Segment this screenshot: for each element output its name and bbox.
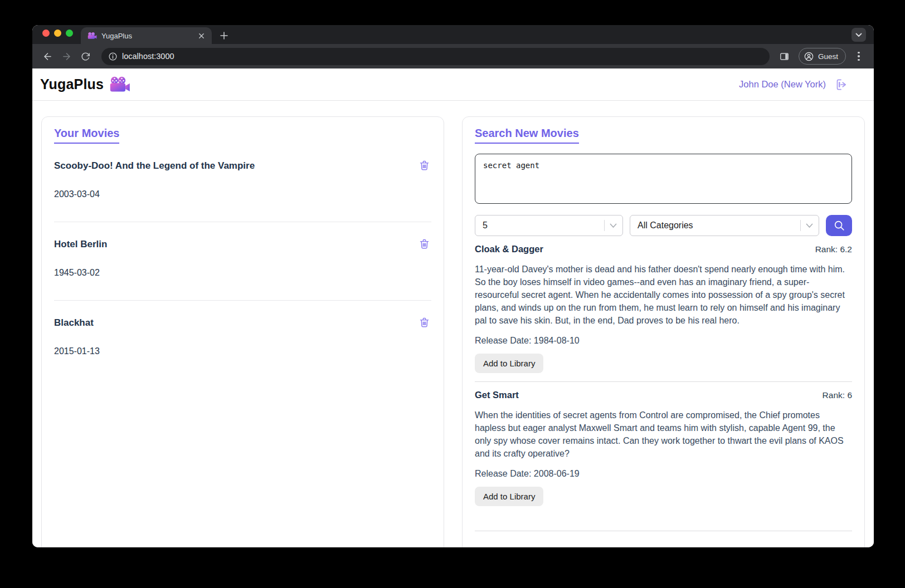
- search-result-item: Get Smart Rank: 6 When the identities of…: [475, 382, 852, 531]
- search-query-input[interactable]: secret agent: [475, 154, 852, 204]
- result-release-date: Release Date: 2008-06-19: [475, 469, 852, 479]
- search-icon: [833, 219, 845, 232]
- site-info-icon[interactable]: [108, 52, 118, 61]
- close-window-button[interactable]: [42, 30, 50, 37]
- result-limit-select[interactable]: 5: [475, 215, 623, 236]
- browser-toolbar: localhost:3000 Guest: [32, 44, 874, 68]
- tab-search-chevron-icon[interactable]: [852, 28, 866, 42]
- search-result-item: Cloak & Dagger Rank: 6.2 11-year-old Dav…: [475, 236, 852, 382]
- logout-icon[interactable]: [834, 77, 848, 92]
- library-movie-item: Hotel Berlin 1945-03-02: [54, 237, 431, 301]
- result-rank: Rank: 6.2: [815, 244, 852, 254]
- tab-strip: YugaPlus: [32, 25, 874, 44]
- app-logo-text: YugaPlus: [40, 76, 104, 92]
- browser-window: YugaPlus localhost:3000: [32, 25, 874, 547]
- tab-title: YugaPlus: [101, 32, 192, 40]
- your-movies-title: Your Movies: [54, 127, 119, 144]
- movie-title: Scooby-Doo! And the Legend of the Vampir…: [54, 158, 255, 171]
- result-title: Cloak & Dagger: [475, 244, 543, 254]
- result-divider: [475, 531, 852, 531]
- chevron-down-icon: [610, 223, 617, 228]
- app-page: YugaPlus John Doe (New York): [32, 68, 874, 547]
- movie-camera-icon: [109, 76, 130, 92]
- result-description: When the identities of secret agents fro…: [475, 409, 852, 460]
- user-name-link[interactable]: John Doe (New York): [739, 79, 826, 90]
- result-release-date: Release Date: 1984-08-10: [475, 336, 852, 346]
- result-title: Get Smart: [475, 390, 519, 400]
- browser-menu-icon[interactable]: [852, 48, 866, 65]
- library-movie-item: Scooby-Doo! And the Legend of the Vampir…: [54, 158, 431, 222]
- your-movies-panel: Your Movies Scooby-Doo! And the Legend o…: [41, 116, 444, 547]
- category-value: All Categories: [638, 220, 800, 231]
- delete-movie-trash-icon[interactable]: [417, 315, 431, 330]
- address-bar[interactable]: localhost:3000: [101, 48, 770, 65]
- browser-tab-yugaplus[interactable]: YugaPlus: [81, 27, 212, 44]
- profile-label: Guest: [818, 52, 838, 61]
- add-to-library-button[interactable]: Add to Library: [475, 487, 543, 506]
- tab-favicon-movie-camera-icon: [87, 32, 97, 40]
- result-limit-value: 5: [483, 220, 604, 231]
- search-title: Search New Movies: [475, 127, 579, 144]
- chevron-down-icon: [806, 223, 813, 228]
- result-description: 11-year-old Davey's mother is dead and h…: [475, 263, 852, 327]
- add-to-library-button[interactable]: Add to Library: [475, 354, 543, 373]
- side-panel-icon[interactable]: [776, 48, 793, 65]
- search-panel: Search New Movies secret agent 5 All Cat…: [462, 116, 865, 547]
- new-tab-button[interactable]: [216, 28, 232, 43]
- movie-title: Blackhat: [54, 315, 94, 329]
- library-movie-item: Blackhat 2015-01-13: [54, 315, 431, 379]
- category-select[interactable]: All Categories: [630, 215, 819, 236]
- maximize-window-button[interactable]: [66, 30, 73, 37]
- url-text: localhost:3000: [122, 52, 174, 61]
- movie-release-date: 2003-03-04: [54, 189, 431, 199]
- search-controls: 5 All Categories: [475, 215, 852, 236]
- profile-person-icon: [804, 51, 814, 62]
- back-icon[interactable]: [39, 48, 56, 65]
- movie-release-date: 1945-03-02: [54, 268, 431, 278]
- profile-button[interactable]: Guest: [799, 48, 846, 65]
- delete-movie-trash-icon[interactable]: [417, 158, 431, 173]
- movie-release-date: 2015-01-13: [54, 346, 431, 356]
- delete-movie-trash-icon[interactable]: [417, 237, 431, 251]
- minimize-window-button[interactable]: [54, 30, 61, 37]
- app-header: YugaPlus John Doe (New York): [32, 68, 874, 101]
- movie-title: Hotel Berlin: [54, 237, 107, 250]
- forward-icon[interactable]: [58, 48, 75, 65]
- traffic-lights: [42, 30, 73, 37]
- search-button[interactable]: [826, 215, 852, 236]
- reload-icon[interactable]: [77, 48, 94, 65]
- tab-close-icon[interactable]: [197, 31, 206, 41]
- result-rank: Rank: 6: [823, 390, 852, 400]
- main-content: Your Movies Scooby-Doo! And the Legend o…: [32, 101, 874, 547]
